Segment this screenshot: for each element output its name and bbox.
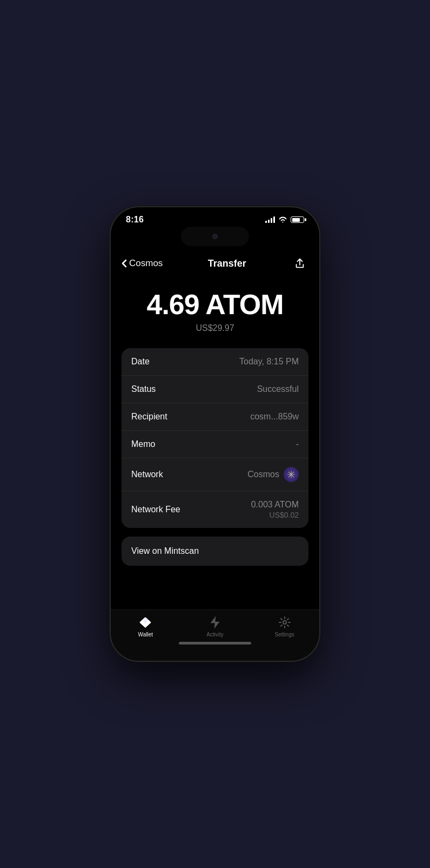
details-card: Date Today, 8:15 PM Status Successful Re…	[122, 348, 308, 528]
network-value-container: Cosmos	[247, 467, 299, 482]
status-bar: 8:16	[111, 207, 319, 227]
tab-activity[interactable]: Activity	[193, 615, 237, 638]
settings-icon	[278, 615, 292, 629]
chevron-left-icon	[122, 259, 127, 268]
nav-bar: Cosmos Transfer	[111, 250, 319, 279]
svg-point-5	[291, 474, 292, 476]
settings-tab-label: Settings	[275, 632, 294, 638]
network-name: Cosmos	[247, 470, 279, 479]
dynamic-island	[181, 227, 249, 246]
memo-value: -	[296, 439, 299, 449]
fee-values: 0.003 ATOM US$0.02	[251, 500, 299, 519]
tab-wallet[interactable]: Wallet	[124, 615, 167, 638]
amount-value: 4.69 ATOM	[122, 289, 308, 320]
tab-settings[interactable]: Settings	[263, 615, 306, 638]
date-value: Today, 8:15 PM	[239, 357, 299, 367]
fee-atom: 0.003 ATOM	[251, 500, 299, 510]
amount-section: 4.69 ATOM US$29.97	[122, 279, 308, 348]
signal-bars-icon	[265, 216, 275, 223]
date-label: Date	[131, 357, 150, 367]
wallet-tab-label: Wallet	[138, 632, 153, 638]
status-time: 8:16	[126, 215, 144, 225]
fee-usd: US$0.02	[251, 511, 299, 519]
wifi-icon	[278, 216, 287, 223]
fee-row: Network Fee 0.003 ATOM US$0.02	[122, 491, 308, 528]
status-value: Successful	[257, 384, 299, 394]
home-indicator	[179, 642, 251, 645]
share-icon	[294, 257, 306, 269]
recipient-row: Recipient cosm...859w	[122, 403, 308, 431]
tab-items: Wallet Activity	[111, 615, 319, 638]
memo-row: Memo -	[122, 431, 308, 458]
status-row: Status Successful	[122, 376, 308, 403]
mintscan-button[interactable]: View on Mintscan	[122, 537, 308, 566]
diamond-icon	[138, 616, 152, 628]
cosmos-symbol	[287, 470, 295, 479]
status-label: Status	[131, 384, 156, 394]
tab-bar: Wallet Activity	[111, 609, 319, 661]
wallet-icon	[138, 615, 152, 629]
back-button[interactable]: Cosmos	[122, 258, 163, 269]
battery-icon	[291, 216, 304, 223]
network-label: Network	[131, 470, 163, 479]
amount-usd: US$29.97	[122, 323, 308, 333]
activity-icon	[208, 615, 222, 629]
main-content: 4.69 ATOM US$29.97 Date Today, 8:15 PM S…	[111, 279, 319, 609]
svg-point-6	[283, 621, 286, 624]
back-label: Cosmos	[129, 258, 163, 269]
recipient-label: Recipient	[131, 412, 167, 422]
nav-title: Transfer	[208, 258, 246, 269]
status-icons	[265, 216, 304, 223]
recipient-value: cosm...859w	[250, 412, 299, 422]
fee-label: Network Fee	[131, 505, 180, 514]
gear-icon	[278, 616, 291, 629]
activity-tab-label: Activity	[206, 632, 224, 638]
date-row: Date Today, 8:15 PM	[122, 348, 308, 376]
lightning-icon	[210, 615, 220, 629]
cosmos-network-icon	[284, 467, 299, 482]
mintscan-button-text: View on Mintscan	[131, 546, 199, 555]
camera-dot	[212, 234, 218, 239]
share-button[interactable]	[291, 255, 308, 272]
network-row: Network Cosmos	[122, 458, 308, 491]
screen: 8:16	[111, 207, 319, 661]
phone-frame: 8:16	[110, 206, 320, 662]
memo-label: Memo	[131, 439, 155, 449]
